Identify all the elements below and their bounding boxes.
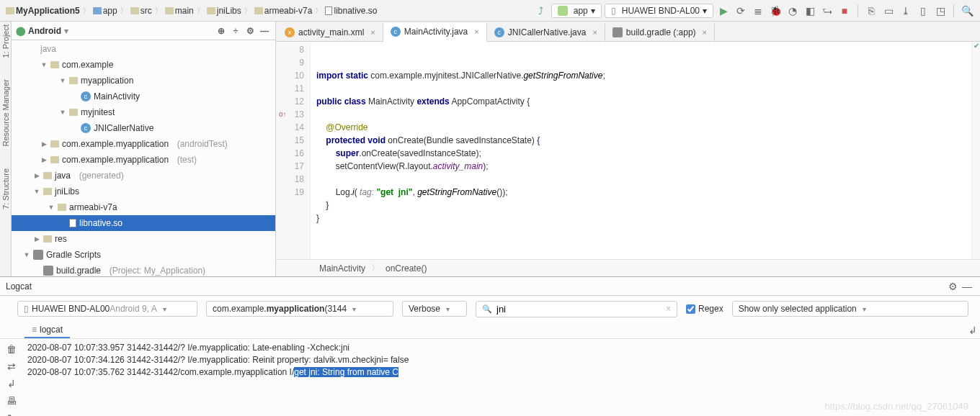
bc-root[interactable]: MyApplication5: [6, 6, 80, 16]
device-explorer-icon[interactable]: ▯: [916, 4, 930, 18]
sdk-icon[interactable]: ⤓: [899, 4, 913, 18]
tree-java[interactable]: java: [12, 41, 275, 57]
tree-java-gen[interactable]: ▶java (generated): [12, 168, 275, 184]
close-icon[interactable]: ×: [703, 28, 707, 37]
folder-icon: [254, 7, 263, 14]
scroll-icon[interactable]: ⇄: [4, 359, 19, 374]
tree-jnicaller[interactable]: cJNICallerNative: [12, 120, 275, 136]
soft-wrap-icon[interactable]: ↲: [4, 376, 19, 391]
editor: xactivity_main.xml× cMainActivity.java× …: [276, 22, 980, 276]
breadcrumb: MyApplication5 〉 app 〉 src 〉 main 〉 jniL…: [6, 6, 534, 16]
collapse-icon[interactable]: ÷: [229, 24, 242, 37]
regex-checkbox[interactable]: Regex: [686, 304, 723, 314]
hammer-icon[interactable]: ⤴: [534, 4, 548, 18]
logcat-panel: Logcat ⚙ — ▯HUAWEI BND-AL00 Android 9, A…: [0, 276, 980, 416]
apply-code-icon[interactable]: ≣: [751, 4, 765, 18]
left-gutter-tabs: 1: Project Resource Manager 7: Structure: [0, 22, 12, 276]
gradle-icon: [612, 27, 623, 37]
bc-src[interactable]: src: [130, 6, 152, 16]
tree-com-example[interactable]: ▼com.example: [12, 57, 275, 73]
close-icon[interactable]: ×: [592, 28, 597, 37]
side-tab-resource[interactable]: Resource Manager: [1, 79, 10, 147]
bc-jnilibs[interactable]: jniLibs: [207, 6, 241, 16]
folder-icon: [6, 7, 14, 14]
side-tab-structure[interactable]: 7: Structure: [1, 168, 10, 209]
folder-icon: [93, 7, 102, 14]
tree-gradle-scripts[interactable]: ▼Gradle Scripts: [12, 247, 275, 263]
trash-icon[interactable]: 🗑: [4, 342, 19, 356]
code-text[interactable]: import static com.example.myjnitest.JNIC…: [311, 42, 971, 259]
package-icon: [69, 77, 78, 84]
status-strip: ✔: [971, 42, 980, 259]
run-button[interactable]: ▶: [716, 4, 731, 18]
class-icon: c: [81, 123, 91, 133]
run-config-selector[interactable]: app ▾: [551, 4, 602, 18]
avd-icon[interactable]: ▭: [881, 4, 896, 18]
bc-main[interactable]: main: [165, 6, 194, 16]
coverage-icon[interactable]: ◧: [803, 4, 817, 18]
folder-icon: [58, 204, 66, 211]
tab-main-activity[interactable]: cMainActivity.java×: [383, 23, 487, 42]
class-icon: c: [494, 27, 504, 37]
tab-jnicaller[interactable]: cJNICallerNative.java×: [487, 24, 605, 41]
stop-icon[interactable]: ■: [837, 4, 852, 18]
tree-mainactivity[interactable]: cMainActivity: [12, 89, 275, 104]
logcat-filter-selector[interactable]: Show only selected application: [732, 301, 968, 317]
hide-icon[interactable]: —: [960, 279, 974, 294]
bc-file[interactable]: libnative.so: [325, 6, 377, 16]
tree-build-gradle-project[interactable]: build.gradle (Project: My_Application): [12, 263, 275, 276]
tree-jnilibs[interactable]: ▼jniLibs: [12, 184, 275, 199]
device-selector[interactable]: HUAWEI BND-AL00 ▾: [605, 4, 713, 18]
debug-icon[interactable]: 🐞: [768, 4, 783, 18]
search-icon[interactable]: 🔍: [960, 4, 974, 18]
logcat-tab[interactable]: ≡logcat: [24, 322, 70, 338]
logcat-package-selector[interactable]: com.example.myapplication (3144: [206, 301, 393, 317]
close-icon[interactable]: ×: [370, 28, 375, 37]
tree-myapplication[interactable]: ▼myapplication: [12, 73, 275, 89]
logcat-device-selector[interactable]: ▯HUAWEI BND-AL00 Android 9, A: [17, 301, 197, 317]
clear-icon[interactable]: ×: [666, 304, 671, 314]
package-icon: [69, 109, 78, 116]
class-icon: c: [391, 27, 401, 37]
locate-icon[interactable]: ⊕: [215, 24, 228, 37]
crumb-class[interactable]: MainActivity: [319, 263, 365, 273]
tree-libnative[interactable]: libnative.so: [12, 215, 275, 231]
sync-icon[interactable]: ⎘: [864, 4, 878, 18]
emulator-icon[interactable]: ◳: [933, 4, 948, 18]
package-icon: [50, 140, 59, 148]
apply-changes-icon[interactable]: ⟳: [734, 4, 748, 18]
bc-app[interactable]: app: [93, 6, 117, 16]
override-gutter-icon[interactable]: o↑: [279, 108, 287, 121]
tree-res[interactable]: ▶res: [12, 231, 275, 247]
profiler-icon[interactable]: ◔: [785, 4, 800, 18]
tree-armeabi[interactable]: ▼armeabi-v7a: [12, 199, 275, 215]
wrap-icon[interactable]: ↲: [966, 323, 980, 338]
close-icon[interactable]: ×: [474, 27, 478, 36]
bc-abi[interactable]: armeabi-v7a: [254, 6, 313, 16]
logcat-search[interactable]: 🔍 ×: [476, 301, 677, 317]
panel-view-selector[interactable]: ⬤ Android ▾: [16, 26, 215, 36]
log-line: 2020-08-07 10:07:34.126 31442-31442/? I/…: [27, 354, 980, 366]
folder-icon: [165, 7, 174, 14]
tab-activity-main[interactable]: xactivity_main.xml×: [277, 24, 383, 41]
log-line: 2020-08-07 10:07:35.762 31442-31442/com.…: [27, 366, 980, 379]
crumb-method[interactable]: onCreate(): [386, 263, 427, 273]
logcat-header: Logcat ⚙ —: [0, 277, 980, 296]
print-icon[interactable]: 🖶: [4, 394, 19, 408]
tab-build-gradle[interactable]: build.gradle (:app)×: [605, 24, 715, 41]
code-area[interactable]: 891011 12 o↑13 141516171819 import stati…: [276, 42, 980, 259]
inspections-ok-icon[interactable]: ✔: [972, 42, 980, 50]
restart-icon[interactable]: ↻: [4, 411, 19, 416]
gear-icon[interactable]: ⚙: [945, 279, 960, 294]
tree-myjnitest[interactable]: ▼myjnitest: [12, 104, 275, 120]
tree-test[interactable]: ▶com.example.myapplication (test): [12, 152, 275, 168]
side-tab-project[interactable]: 1: Project: [1, 24, 10, 58]
settings-icon[interactable]: ⚙: [244, 24, 257, 37]
logcat-title: Logcat: [6, 281, 945, 291]
tree-androidtest[interactable]: ▶com.example.myapplication (androidTest): [12, 136, 275, 152]
class-icon: c: [81, 91, 91, 101]
hide-icon[interactable]: —: [258, 24, 271, 37]
logcat-level-selector[interactable]: Verbose: [402, 301, 467, 317]
attach-icon[interactable]: ⮑: [820, 4, 834, 18]
logcat-search-input[interactable]: [496, 304, 662, 315]
